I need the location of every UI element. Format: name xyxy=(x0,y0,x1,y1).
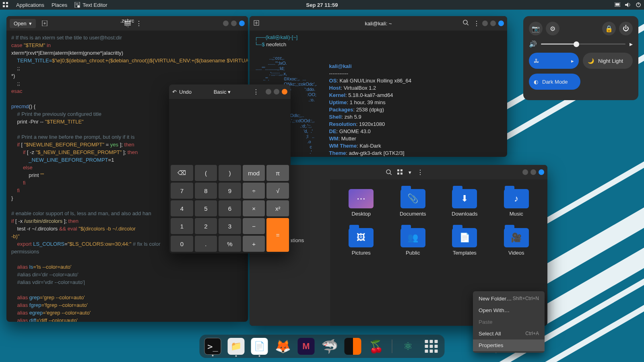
key-multiply[interactable]: × xyxy=(243,200,265,216)
dock-files[interactable]: 📁 xyxy=(228,338,245,355)
minimize-button[interactable] xyxy=(482,21,488,26)
dock-metasploit[interactable]: M xyxy=(298,338,315,355)
volume-row: 🔊 ▸ xyxy=(529,40,633,48)
menu-applications[interactable]: Applications xyxy=(16,2,44,8)
menu-icon[interactable]: ⋮ xyxy=(136,20,142,27)
folder-pictures[interactable]: 🖼Pictures xyxy=(337,228,385,256)
ctx-open-with[interactable]: Open With… xyxy=(473,304,545,316)
svg-line-23 xyxy=(467,24,469,25)
dock-terminal[interactable]: >_ xyxy=(204,338,221,355)
key-rparen[interactable]: ) xyxy=(219,165,241,181)
dock-firefox[interactable]: 🦊 xyxy=(275,338,291,355)
dock-burpsuite[interactable] xyxy=(345,338,361,355)
calculator-display[interactable] xyxy=(169,99,291,163)
menu-icon[interactable]: ⋮ xyxy=(417,169,423,176)
maximize-button[interactable] xyxy=(490,21,496,26)
lock-icon: 🔒 xyxy=(605,25,613,33)
svg-point-22 xyxy=(463,20,467,24)
wired-toggle[interactable]: 🖧▸ xyxy=(529,53,579,69)
key-0[interactable]: 0 xyxy=(171,236,193,252)
maximize-button[interactable] xyxy=(530,169,536,175)
ctx-select-all[interactable]: Select AllCtrl+A xyxy=(473,328,545,339)
calculator-window: ↶Undo Basic ▾ ⋮ ⌫ ( ) mod π 7 8 9 ÷ √ 4 … xyxy=(169,84,291,253)
dark-mode-toggle[interactable]: ◐Dark Mode xyxy=(529,74,580,90)
network-icon: 🖧 xyxy=(534,58,539,64)
folder-downloads[interactable]: ⬇Downloads xyxy=(441,189,489,217)
key-7[interactable]: 7 xyxy=(171,183,193,199)
open-button[interactable]: Open▾ xyxy=(10,19,36,28)
key-lparen[interactable]: ( xyxy=(195,165,217,181)
folder-desktop[interactable]: ⋯Desktop xyxy=(337,189,385,217)
key-6[interactable]: 6 xyxy=(219,200,241,216)
key-minus[interactable]: − xyxy=(243,218,265,234)
ctx-properties[interactable]: Properties xyxy=(473,339,545,351)
key-mod[interactable]: mod xyxy=(243,165,265,181)
key-dot[interactable]: . xyxy=(195,236,217,252)
ctx-new-folder[interactable]: New Folder…Shift+Ctrl+N xyxy=(473,293,545,304)
volume-icon[interactable] xyxy=(625,2,631,8)
menu-icon[interactable]: ⋮ xyxy=(253,88,259,96)
terminal-title: kali@kali: ~ xyxy=(365,21,392,27)
clock[interactable]: Sep 27 11:59 xyxy=(306,2,338,8)
power-icon: ⏻ xyxy=(623,25,629,32)
svg-rect-3 xyxy=(6,5,8,7)
folder-videos[interactable]: 🎥Videos xyxy=(493,228,541,256)
key-plus[interactable]: + xyxy=(243,236,265,252)
new-tab-icon[interactable] xyxy=(41,20,48,27)
key-equals[interactable]: = xyxy=(266,218,289,252)
key-9[interactable]: 9 xyxy=(219,183,241,199)
key-square[interactable]: x² xyxy=(266,200,289,216)
power-icon[interactable] xyxy=(635,2,642,8)
close-button[interactable] xyxy=(498,21,504,26)
search-icon[interactable] xyxy=(463,20,469,27)
chevron-right-icon: ▸ xyxy=(571,58,574,64)
key-2[interactable]: 2 xyxy=(195,218,217,234)
key-5[interactable]: 5 xyxy=(195,200,217,216)
dock-network-tool[interactable]: ⚛ xyxy=(400,338,417,355)
minimize-button[interactable] xyxy=(266,89,271,95)
close-button[interactable] xyxy=(239,21,245,26)
key-divide[interactable]: ÷ xyxy=(243,183,265,199)
dock-text-editor[interactable]: 📄 xyxy=(251,338,268,355)
volume-expand-icon[interactable]: ▸ xyxy=(630,40,633,48)
maximize-button[interactable] xyxy=(231,21,237,26)
volume-slider[interactable] xyxy=(541,43,625,45)
undo-button[interactable]: ↶Undo xyxy=(172,89,192,95)
key-percent[interactable]: % xyxy=(219,236,241,252)
menu-active-app[interactable]: Text Editor xyxy=(74,2,107,8)
folder-music[interactable]: ♪Music xyxy=(493,189,541,217)
folder-public[interactable]: 👥Public xyxy=(389,228,437,256)
new-tab-icon[interactable] xyxy=(254,20,260,27)
key-1[interactable]: 1 xyxy=(171,218,193,234)
menu-places[interactable]: Places xyxy=(52,2,67,8)
dock-wireshark[interactable]: 🦈 xyxy=(321,338,338,355)
night-light-toggle[interactable]: 🌙Night Light xyxy=(583,53,633,69)
view-grid-icon[interactable] xyxy=(397,169,403,175)
mode-selector[interactable]: Basic ▾ xyxy=(214,89,231,95)
folder-templates[interactable]: 📄Templates xyxy=(441,228,489,256)
power-button[interactable]: ⏻ xyxy=(619,22,633,35)
key-sqrt[interactable]: √ xyxy=(266,183,289,199)
close-button[interactable] xyxy=(282,89,287,95)
settings-button[interactable]: ⚙ xyxy=(546,22,559,35)
key-8[interactable]: 8 xyxy=(195,183,217,199)
close-button[interactable] xyxy=(539,169,544,175)
screen-icon[interactable] xyxy=(614,2,621,8)
key-4[interactable]: 4 xyxy=(171,200,193,216)
search-icon[interactable] xyxy=(386,169,392,175)
screenshot-button[interactable]: 📷 xyxy=(529,22,543,35)
key-backspace[interactable]: ⌫ xyxy=(171,165,193,181)
svg-rect-27 xyxy=(400,169,402,171)
folder-documents[interactable]: 📎Documents xyxy=(389,189,437,217)
dock-show-apps[interactable] xyxy=(423,338,440,355)
key-3[interactable]: 3 xyxy=(219,218,241,234)
minimize-button[interactable] xyxy=(522,169,528,175)
maximize-button[interactable] xyxy=(274,89,279,95)
key-pi[interactable]: π xyxy=(266,165,289,181)
menu-icon[interactable]: ⋮ xyxy=(473,20,480,27)
dock-cherrytree[interactable]: 🍒 xyxy=(368,338,385,355)
lock-button[interactable]: 🔒 xyxy=(602,22,616,35)
activities-icon[interactable] xyxy=(2,2,9,8)
chevron-down-icon[interactable]: ▾ xyxy=(409,169,411,175)
minimize-button[interactable] xyxy=(223,21,229,26)
